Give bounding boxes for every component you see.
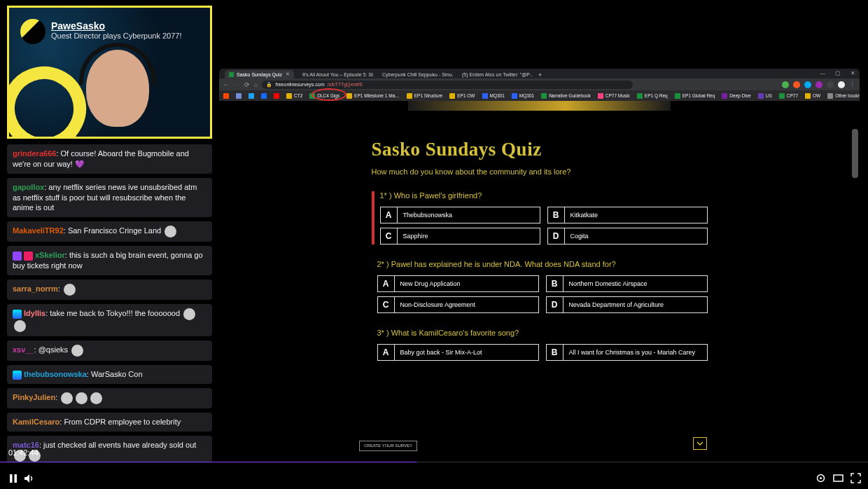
bookmark-label: MQ301: [490, 93, 505, 98]
ext-icon[interactable]: [782, 81, 789, 88]
chat-username[interactable]: xSkelior: [35, 251, 65, 259]
browser-tab[interactable]: Sasko Sundays Quiz✕: [225, 70, 294, 78]
bookmark-item[interactable]: [261, 93, 267, 99]
bookmark-favicon-icon: [261, 93, 267, 99]
svg-marker-2: [24, 474, 29, 483]
tab-close-icon[interactable]: ✕: [286, 71, 290, 77]
chat-username[interactable]: sarra_norrm: [13, 284, 58, 293]
close-icon[interactable]: ✕: [850, 70, 855, 76]
ext-icon[interactable]: [827, 81, 834, 88]
answer-option[interactable]: CNon-Disclosure Agreement: [377, 296, 539, 313]
bookmark-item[interactable]: [274, 93, 279, 99]
bookmark-item[interactable]: EP1 OW: [449, 93, 475, 99]
bookmark-favicon-icon: [512, 93, 517, 99]
bookmark-item[interactable]: EP1 Milestone 1 Ma…: [346, 93, 400, 99]
answer-option[interactable]: BNorthern Domestic Airspace: [546, 275, 708, 292]
volume-icon[interactable]: [24, 474, 34, 483]
bookmark-item[interactable]: Other bookmarks: [827, 93, 860, 99]
forward-icon[interactable]: →: [234, 81, 240, 88]
browser-tab[interactable]: It's All About You – Episode 5: St…✕: [295, 70, 374, 78]
bookmark-item[interactable]: MQ301: [482, 93, 505, 99]
chat-username[interactable]: grindera666: [13, 149, 56, 158]
scroll-down-button[interactable]: [693, 437, 707, 450]
reload-icon[interactable]: ⟳: [244, 81, 250, 88]
chat-badge-icon: [13, 252, 22, 261]
bookmark-item[interactable]: EP1 Structure: [407, 93, 442, 99]
answer-option[interactable]: BKitkatkate: [547, 207, 708, 223]
avatar[interactable]: [20, 19, 46, 44]
ext-icon[interactable]: [816, 81, 822, 88]
chat-message: grindera666: Of course! Aboard the Bugmo…: [7, 144, 212, 174]
bookmark-item[interactable]: EP1 Global Req: [675, 93, 715, 99]
chat-username[interactable]: xsv__: [13, 345, 34, 354]
bookmark-item[interactable]: [248, 93, 254, 99]
answer-option[interactable]: DNevada Department of Agriculture: [546, 296, 708, 313]
chat-panel: grindera666: Of course! Aboard the Bugmo…: [7, 144, 212, 462]
profile-avatar-icon[interactable]: [838, 81, 845, 88]
chat-text: : take me back to Tokyo!!! the fooooood: [46, 309, 182, 317]
bookmark-item[interactable]: EP1 Q Req: [637, 93, 668, 99]
bookmark-item[interactable]: US: [758, 93, 772, 99]
pause-icon[interactable]: [8, 474, 18, 483]
question-text: 2* ) Pawel has explained he is under NDA…: [377, 260, 708, 268]
answer-option[interactable]: ANew Drug Application: [377, 275, 539, 292]
chat-username[interactable]: matc16: [13, 441, 39, 449]
ext-icon[interactable]: [804, 81, 811, 88]
page-scrollbar[interactable]: [851, 101, 858, 461]
home-icon[interactable]: ⌂: [254, 81, 258, 88]
theatre-icon[interactable]: [833, 473, 844, 483]
chat-username[interactable]: KamilCesaro: [13, 418, 59, 426]
bookmark-item[interactable]: [223, 93, 229, 99]
bookmark-item[interactable]: [236, 93, 241, 99]
window-controls: ― ▢ ✕: [820, 70, 855, 76]
stream-panel: PaweSasko Quest Director plays Cyberpunk…: [0, 0, 217, 462]
ext-icon[interactable]: [793, 81, 800, 88]
minimize-icon[interactable]: ―: [820, 70, 825, 76]
tab-label: Sasko Sundays Quiz: [237, 72, 282, 77]
menu-icon[interactable]: ⋮: [849, 81, 855, 88]
bookmark-favicon-icon: [248, 93, 254, 99]
answer-option[interactable]: CSapphire: [380, 228, 540, 245]
chat-message: gapollox: any netflix series news ive un…: [7, 178, 212, 218]
chat-username[interactable]: MakaveliTR92: [13, 227, 64, 235]
fullscreen-icon[interactable]: [850, 473, 861, 483]
chat-username[interactable]: gapollox: [13, 183, 44, 191]
answers-grid: ABaby got back - Sir Mix-A-LotBAll I wan…: [377, 344, 708, 361]
bookmark-favicon-icon: [407, 93, 412, 99]
bookmark-item[interactable]: CT2: [286, 93, 302, 99]
emote-icon: [164, 226, 176, 237]
new-tab-button[interactable]: +: [535, 71, 545, 78]
answer-option[interactable]: DCogita: [547, 228, 708, 245]
answer-option[interactable]: BAll I want for Christmas is you - Maria…: [546, 344, 708, 361]
tab-label: (5) Erdem Atıcı on Twitter: "@P…: [462, 72, 533, 77]
bookmark-favicon-icon: [758, 93, 764, 99]
stream-video[interactable]: PaweSasko Quest Director plays Cyberpunk…: [7, 6, 212, 139]
bookmark-label: CP77 Music: [606, 93, 630, 98]
create-survey-button[interactable]: CREATE YOUR SURVEY: [359, 441, 417, 451]
bookmark-item[interactable]: OW: [805, 93, 820, 99]
chat-username[interactable]: thebubsonowska: [24, 370, 87, 378]
streamer-name[interactable]: PaweSasko: [51, 20, 105, 32]
url-input[interactable]: 🔒 freeonlinesurveys.com/s/bT7TgQxn#/0: [262, 81, 633, 89]
bookmark-item[interactable]: CP77 Music: [598, 93, 630, 99]
bookmark-label: CT2: [294, 93, 302, 98]
answer-option[interactable]: AThebubsonowska: [380, 207, 540, 223]
chat-username[interactable]: PinkyJulien: [13, 393, 55, 401]
bookmark-label: CP77: [787, 93, 798, 98]
scrollbar-thumb[interactable]: [852, 129, 858, 178]
back-icon[interactable]: ←: [223, 81, 230, 88]
bookmark-item[interactable]: Narrative Guidebook: [541, 93, 591, 99]
answer-letter: C: [378, 297, 395, 312]
browser-tab[interactable]: (5) Erdem Atıcı on Twitter: "@P…✕: [455, 70, 533, 78]
answer-text: Thebubsonowska: [398, 207, 540, 223]
bookmark-item[interactable]: CP77: [779, 93, 798, 99]
browser-tab[interactable]: Cyberpunk Chill Seppuku - Smu…✕: [375, 70, 454, 78]
answer-option[interactable]: ABaby got back - Sir Mix-A-Lot: [377, 344, 539, 361]
bookmark-item[interactable]: Deep Dive: [722, 93, 750, 99]
url-host: freeonlinesurveys.com: [275, 82, 324, 87]
settings-icon[interactable]: [816, 473, 826, 483]
maximize-icon[interactable]: ▢: [835, 70, 841, 76]
answer-text: Kitkatkate: [565, 207, 707, 223]
chat-username[interactable]: Idyllis: [24, 309, 46, 317]
bookmark-item[interactable]: MQ301: [512, 93, 534, 99]
